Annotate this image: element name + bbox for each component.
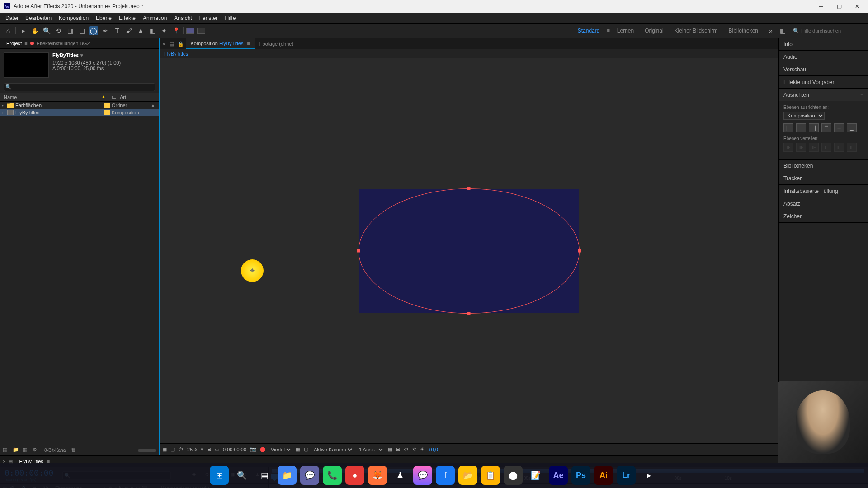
- fast-preview[interactable]: ▦: [296, 446, 300, 452]
- panel-tracker[interactable]: Tracker: [779, 172, 868, 185]
- col-name-header[interactable]: Name: [4, 94, 17, 100]
- menu-effekte[interactable]: Effekte: [115, 15, 139, 21]
- menu-hilfe[interactable]: Hilfe: [221, 15, 239, 21]
- camera-tool[interactable]: ▦: [66, 26, 75, 35]
- workspace-panel[interactable]: ▦: [778, 26, 787, 35]
- breadcrumb[interactable]: FlyByTitles: [160, 49, 778, 58]
- menu-komposition[interactable]: Komposition: [55, 15, 92, 21]
- minimize-button[interactable]: ─: [817, 3, 825, 10]
- adjust-settings[interactable]: ⚙: [33, 447, 40, 454]
- resolution-select[interactable]: Viertel: [269, 446, 292, 453]
- photoshop-icon[interactable]: Ps: [571, 466, 590, 485]
- panel-bibliotheken[interactable]: Bibliotheken: [779, 160, 868, 172]
- files-icon[interactable]: 📂: [458, 466, 477, 485]
- zoom-level[interactable]: 25%: [187, 447, 197, 452]
- text-tool[interactable]: T: [113, 26, 122, 35]
- new-folder[interactable]: 📁: [13, 447, 20, 454]
- notepad-icon[interactable]: 📝: [526, 466, 545, 485]
- viewer-lock[interactable]: 🔒: [176, 41, 186, 47]
- col-type-header[interactable]: Art: [118, 93, 159, 101]
- workspace-standard[interactable]: Standard: [572, 28, 605, 34]
- workspace-original[interactable]: Original: [639, 28, 669, 34]
- panel-vorschau[interactable]: Vorschau: [779, 63, 868, 76]
- toggle-alpha[interactable]: ▦: [162, 446, 167, 452]
- project-item[interactable]: ▸FlyByTitlesKomposition: [0, 109, 159, 116]
- snapshot-button[interactable]: 📷: [250, 446, 256, 452]
- close-button[interactable]: ✕: [854, 3, 861, 10]
- firefox-icon[interactable]: 🦊: [368, 466, 387, 485]
- align-panel-header[interactable]: Ausrichten ≡: [779, 89, 868, 101]
- project-slider[interactable]: [138, 449, 156, 452]
- col-tag-header[interactable]: 🏷: [109, 93, 118, 101]
- comp-thumbnail[interactable]: [4, 52, 49, 78]
- toggle-3d[interactable]: ▢: [304, 446, 308, 452]
- obs-icon[interactable]: ⬤: [504, 466, 523, 485]
- align-center-h[interactable]: │: [796, 123, 806, 132]
- new-comp[interactable]: ▦: [23, 447, 30, 454]
- panel-absatz[interactable]: Absatz: [779, 197, 868, 210]
- timeline-mode[interactable]: ⏱: [404, 447, 409, 452]
- exposure-value[interactable]: +0,0: [428, 447, 438, 452]
- maximize-button[interactable]: ▢: [835, 3, 843, 10]
- menu-ebene[interactable]: Ebene: [92, 15, 115, 21]
- search-button[interactable]: 🔍: [232, 466, 251, 485]
- exposure-icon[interactable]: ☀: [420, 446, 425, 452]
- menu-bearbeiten[interactable]: Bearbeiten: [22, 15, 55, 21]
- pan-behind-tool[interactable]: ◫: [77, 26, 86, 35]
- fill-color[interactable]: [186, 28, 194, 34]
- toggle-transparency[interactable]: ⏱: [179, 447, 184, 452]
- panel-zeichen[interactable]: Zeichen: [779, 210, 868, 223]
- illustrator-icon[interactable]: Ai: [594, 466, 613, 485]
- lightroom-icon[interactable]: Lr: [617, 466, 636, 485]
- interpret-footage[interactable]: ▦: [3, 447, 10, 454]
- menu-ansicht[interactable]: Ansicht: [170, 15, 195, 21]
- comp-preview[interactable]: [359, 189, 579, 313]
- project-item[interactable]: ▸FarbflächenOrdner▲: [0, 102, 159, 109]
- views-select[interactable]: 1 Ansi...: [357, 446, 384, 453]
- align-target-select[interactable]: Komposition: [783, 112, 825, 120]
- pixel-aspect[interactable]: ▦: [388, 446, 392, 452]
- comp-tab[interactable]: Komposition FlyByTitles ≡: [186, 38, 255, 49]
- timecode-display[interactable]: 0:00:00:00: [223, 447, 246, 452]
- whatsapp-icon[interactable]: 📞: [323, 466, 342, 485]
- project-tab[interactable]: Projekt: [4, 41, 24, 46]
- effect-controls-tab[interactable]: Effekteinstellungen BG2: [37, 41, 90, 46]
- region-button[interactable]: ▭: [215, 446, 219, 452]
- eraser-tool[interactable]: ◧: [148, 26, 157, 35]
- mask-handle-bottom[interactable]: [467, 312, 471, 315]
- rotation-tool[interactable]: ⟲: [54, 26, 63, 35]
- home-button[interactable]: ⌂: [4, 26, 13, 35]
- panel-audio[interactable]: Audio: [779, 51, 868, 63]
- pen-tool[interactable]: ✒: [101, 26, 110, 35]
- workspace-bibliotheken[interactable]: Bibliotheken: [723, 28, 764, 34]
- workspace-more[interactable]: »: [766, 26, 775, 35]
- workspace-lernen[interactable]: Lernen: [612, 28, 639, 34]
- align-right[interactable]: ▕: [809, 123, 819, 132]
- roto-tool[interactable]: ✦: [160, 26, 169, 35]
- fast-draft[interactable]: ⊞: [396, 446, 400, 452]
- task-view[interactable]: ▤: [255, 466, 274, 485]
- align-center-v[interactable]: ─: [834, 123, 844, 132]
- mask-handle-top[interactable]: [467, 187, 471, 190]
- menu-datei[interactable]: Datei: [2, 15, 22, 21]
- app-icon-7[interactable]: 📋: [481, 466, 500, 485]
- app-icon-red[interactable]: ●: [345, 466, 364, 485]
- resolution-grid[interactable]: ⊞: [207, 446, 211, 452]
- camera-select[interactable]: Aktive Kamera: [312, 446, 354, 453]
- toggle-mask[interactable]: ▢: [170, 446, 175, 452]
- align-bottom[interactable]: ▁: [847, 123, 857, 132]
- panel-inhaltsbasierte-füllung[interactable]: Inhaltsbasierte Füllung: [779, 185, 868, 197]
- puppet-tool[interactable]: 📍: [171, 26, 180, 35]
- ellipse-tool[interactable]: ◯: [89, 26, 98, 35]
- align-left[interactable]: ▏: [783, 123, 793, 132]
- delete-button[interactable]: 🗑: [71, 447, 78, 454]
- canvas[interactable]: ✥: [160, 58, 778, 443]
- app-icon-4[interactable]: ♟: [391, 466, 410, 485]
- teams-icon[interactable]: 💬: [300, 466, 319, 485]
- more-icon[interactable]: ▸: [639, 466, 658, 485]
- start-button[interactable]: ⊞: [210, 466, 229, 485]
- menu-fenster[interactable]: Fenster: [196, 15, 222, 21]
- menu-animation[interactable]: Animation: [139, 15, 170, 21]
- channel-button[interactable]: ⬤: [260, 446, 265, 452]
- workspace-kleiner bildschirm[interactable]: Kleiner Bildschirm: [669, 28, 723, 34]
